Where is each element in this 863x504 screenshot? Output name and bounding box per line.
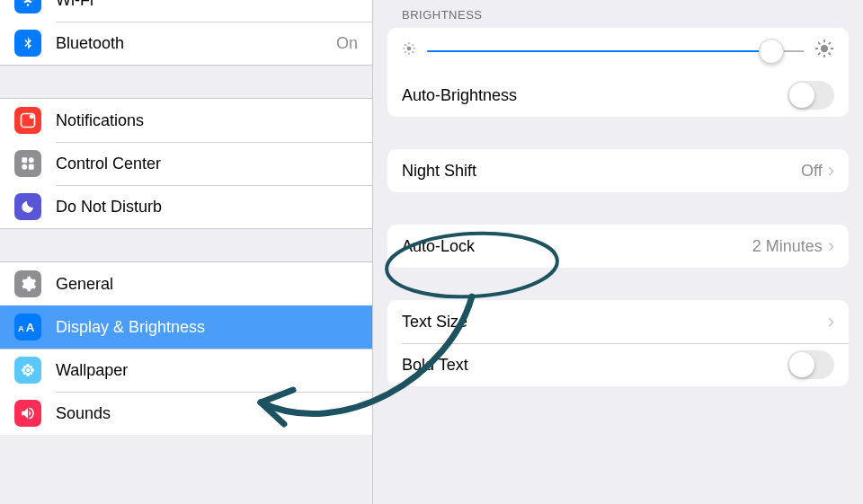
text-size-icon: AA — [14, 314, 41, 340]
svg-point-14 — [29, 366, 32, 369]
sun-small-icon — [402, 41, 416, 60]
detail-panel: BRIGHTNESS Auto-Brightness — [373, 0, 863, 504]
svg-line-22 — [405, 44, 405, 45]
sidebar-item-do-not-disturb[interactable]: Do Not Disturb — [0, 185, 372, 228]
sidebar-item-control-center[interactable]: Control Center — [0, 142, 372, 185]
bold-text-toggle[interactable] — [787, 350, 834, 379]
row-label: Text Size — [402, 313, 828, 332]
notifications-icon — [14, 107, 41, 134]
flower-icon — [14, 357, 41, 384]
row-label: Auto-Brightness — [402, 86, 787, 105]
sidebar-item-display-brightness[interactable]: AA Display & Brightness — [0, 305, 372, 349]
brightness-slider-row — [387, 28, 849, 74]
chevron-right-icon: › — [828, 312, 834, 332]
svg-point-1 — [30, 114, 34, 119]
sidebar-item-label: General — [56, 275, 358, 294]
svg-text:A: A — [18, 323, 24, 333]
sidebar-item-wifi[interactable]: Wi-Fi — [0, 0, 372, 22]
moon-icon — [14, 193, 41, 220]
control-center-icon — [14, 150, 41, 177]
night-shift-card: Night Shift Off › — [387, 149, 849, 192]
svg-point-16 — [29, 371, 32, 375]
row-value: Off — [801, 162, 823, 181]
svg-line-25 — [412, 44, 413, 45]
row-label: Bold Text — [402, 356, 787, 375]
section-header-brightness: BRIGHTNESS — [373, 0, 863, 28]
sidebar-item-value: On — [336, 34, 358, 53]
svg-line-24 — [405, 51, 405, 52]
sidebar: Wi-Fi Bluetooth On Notifications — [0, 0, 373, 504]
svg-point-15 — [23, 371, 27, 375]
chevron-right-icon: › — [828, 161, 834, 181]
brightness-card: Auto-Brightness — [387, 28, 849, 117]
svg-text:A: A — [26, 321, 35, 334]
auto-brightness-toggle[interactable] — [787, 81, 834, 110]
sidebar-item-label: Wi-Fi — [56, 0, 358, 10]
svg-rect-4 — [22, 164, 27, 170]
svg-rect-3 — [29, 157, 34, 163]
sidebar-item-label: Display & Brightness — [56, 318, 358, 337]
chevron-right-icon: › — [828, 236, 834, 256]
bluetooth-icon — [14, 30, 41, 57]
row-value: 2 Minutes — [752, 237, 823, 256]
sidebar-item-label: Sounds — [56, 404, 358, 423]
auto-lock-row[interactable]: Auto-Lock 2 Minutes › — [387, 225, 849, 268]
brightness-slider[interactable] — [427, 50, 804, 52]
sidebar-item-sounds[interactable]: Sounds — [0, 392, 372, 435]
svg-rect-5 — [29, 164, 34, 170]
sidebar-item-bluetooth[interactable]: Bluetooth On — [0, 22, 372, 65]
sidebar-item-wallpaper[interactable]: Wallpaper — [0, 349, 372, 392]
sidebar-item-general[interactable]: General — [0, 262, 372, 305]
text-size-row[interactable]: Text Size › — [387, 300, 849, 343]
row-label: Auto-Lock — [402, 237, 752, 256]
svg-line-32 — [829, 53, 831, 55]
sidebar-item-notifications[interactable]: Notifications — [0, 99, 372, 142]
slider-thumb[interactable] — [759, 39, 784, 64]
svg-point-26 — [821, 45, 828, 52]
speaker-icon — [14, 400, 41, 427]
svg-line-23 — [412, 51, 413, 52]
svg-point-17 — [407, 47, 412, 51]
wifi-icon — [14, 0, 41, 13]
svg-point-8 — [26, 368, 30, 372]
gear-icon — [14, 270, 41, 297]
sidebar-item-label: Bluetooth — [56, 34, 336, 53]
auto-lock-card: Auto-Lock 2 Minutes › — [387, 225, 849, 268]
svg-line-33 — [818, 53, 820, 55]
svg-rect-2 — [22, 157, 27, 163]
auto-brightness-row[interactable]: Auto-Brightness — [387, 74, 849, 117]
svg-point-13 — [23, 366, 27, 369]
bold-text-row[interactable]: Bold Text — [387, 343, 849, 386]
sidebar-item-label: Notifications — [56, 111, 358, 130]
row-label: Night Shift — [402, 162, 801, 181]
sidebar-item-label: Do Not Disturb — [56, 198, 358, 217]
sidebar-item-label: Wallpaper — [56, 361, 358, 380]
svg-line-34 — [829, 42, 831, 44]
text-card: Text Size › Bold Text — [387, 300, 849, 386]
sun-large-icon — [814, 39, 834, 63]
sidebar-item-label: Control Center — [56, 155, 358, 173]
svg-line-31 — [818, 42, 820, 44]
night-shift-row[interactable]: Night Shift Off › — [387, 149, 849, 192]
